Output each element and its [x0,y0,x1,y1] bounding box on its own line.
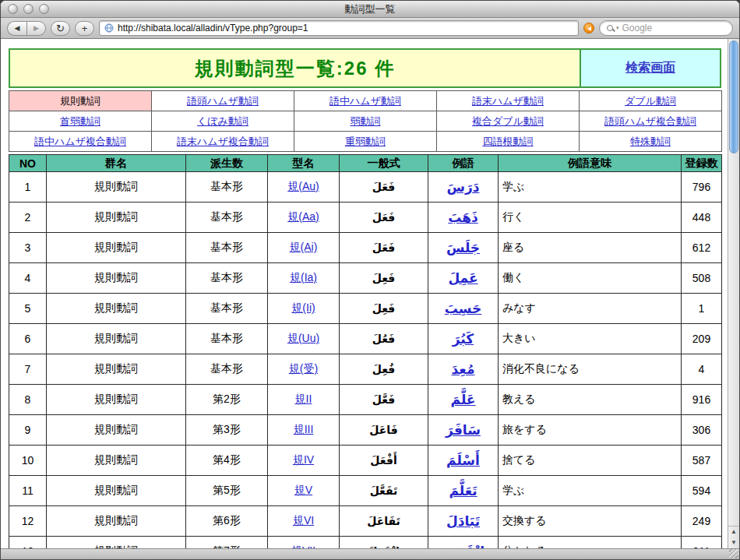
type-link[interactable]: 規(Aa) [287,210,319,223]
type-link[interactable]: 規(Ii) [291,301,315,314]
row-meaning: 分かれる [499,537,682,549]
zoom-button[interactable] [39,4,49,14]
example-link[interactable]: مُعِدَ [452,361,475,377]
type-link[interactable]: 規V [294,484,312,496]
row-pattern: فَعِلَ [340,263,428,294]
row-group: 規則動詞 [47,233,186,263]
example-link[interactable]: حَسِبَ [445,301,482,316]
type-link[interactable]: 規(Ai) [290,241,318,253]
table-row: 6 規則動詞 基本形 規(Uu) فَعُلَ كَبُرَ 大きい 209 [9,324,722,354]
type-link[interactable]: 規II [295,393,312,405]
row-meaning: 大きい [499,324,682,354]
table-row: 4 規則動詞 基本形 規(Ia) فَعِلَ عَمِلَ 働く 508 [9,263,722,294]
col-header-group: 群名 [47,155,186,172]
example-link[interactable]: أَسْلَمَ [446,453,480,468]
search-screen-link[interactable]: 検索画面 [625,61,675,74]
row-group: 規則動詞 [47,446,186,476]
row-pattern: أَفْعَلَ [340,446,428,476]
browser-toolbar: ◀ ▶ ↻ + http://shibata.local/alladin/vTy… [1,18,739,39]
row-no: 12 [9,506,47,537]
nav-item[interactable]: 語中ハムザ動詞 [329,95,401,107]
type-link[interactable]: 規(Uu) [287,332,319,344]
type-link[interactable]: 規(Ia) [290,271,317,284]
row-pattern: فَعِلَ [340,294,428,324]
example-link[interactable]: جَلَسَ [446,240,480,255]
example-link[interactable]: ذَهَبَ [448,210,478,225]
row-count: 211 [682,537,722,549]
row-meaning: 座る [499,233,682,263]
scroll-down-icon[interactable]: ▼ [728,537,739,548]
page-title: 規則動詞型一覧:26 件 [9,49,580,87]
back-button[interactable]: ◀ [7,21,26,36]
search-field[interactable]: ▾ Google [599,20,733,36]
example-link[interactable]: تَعَلَّمَ [449,483,477,498]
type-link[interactable]: 規VI [293,514,314,527]
row-meaning: 交換する [499,506,682,537]
example-link[interactable]: دَرَسَ [447,179,480,195]
example-link[interactable]: عَمِلَ [448,270,477,286]
nav-item[interactable]: 語末ハムザ複合動詞 [177,136,269,147]
nav-item[interactable]: 語末ハムザ動詞 [472,95,544,107]
resize-grip-icon[interactable] [729,549,738,558]
window-title: 動詞型一覧 [1,2,739,16]
titlebar[interactable]: 動詞型一覧 [1,1,739,18]
nav-item[interactable]: 重弱動詞 [345,136,386,147]
table-row: 10 規則動詞 第4形 規IV أَفْعَلَ أَسْلَمَ 捨てる 58… [9,446,722,476]
example-link[interactable]: عَلَّمَ [451,392,476,407]
row-no: 13 [9,537,47,549]
col-header-type: 型名 [268,155,340,172]
example-link[interactable]: كَبُرَ [453,331,474,347]
row-no: 7 [9,354,47,385]
nav-item[interactable]: 語頭ハムザ動詞 [187,95,259,107]
nav-item[interactable]: 首弱動詞 [60,115,100,127]
forward-button[interactable]: ▶ [26,21,46,36]
row-derivation: 第4形 [186,446,268,476]
row-meaning: 教える [499,385,682,415]
row-group: 規則動詞 [47,506,186,537]
row-count: 1 [682,294,722,324]
row-group: 規則動詞 [47,203,186,233]
nav-item[interactable]: 語中ハムザ複合動詞 [34,136,126,147]
row-group: 規則動詞 [47,294,186,324]
nav-item[interactable]: 弱動詞 [351,115,381,127]
row-pattern: تَفَاعَلَ [340,506,428,537]
scrollbar[interactable]: ▲ ▼ [728,39,739,548]
scrollbar-thumb[interactable] [729,41,738,153]
nav-item[interactable]: くぼみ動詞 [197,115,248,127]
nav-item[interactable]: 四語根動詞 [483,136,534,147]
row-derivation: 第2形 [186,385,268,415]
reload-button[interactable]: ↻ [51,21,70,36]
nav-item[interactable]: ダブル動詞 [625,95,676,107]
row-group: 規則動詞 [47,324,186,354]
scroll-up-icon[interactable]: ▲ [728,527,739,537]
nav-item[interactable]: 語頭ハムザ複合動詞 [604,115,696,127]
table-header-row: NO 群名 派生数 型名 一般式 例語 例語意味 登録数 [9,155,722,172]
type-link[interactable]: 規(受) [289,362,318,375]
row-pattern: اِنْفَعَلَ [340,537,428,549]
snapback-icon[interactable] [583,23,594,33]
status-bar [1,548,739,559]
table-row: 7 規則動詞 基本形 規(受) فُعِلَ مُعِدَ 消化不良になる 4 [9,354,722,385]
row-pattern: فَاعَلَ [340,415,428,446]
search-icon [607,25,613,31]
example-link[interactable]: سَافَرَ [446,422,481,438]
row-count: 587 [682,446,722,476]
nav-item[interactable]: 複合ダブル動詞 [472,115,544,127]
row-pattern: فَعَلَ [340,233,428,263]
col-header-no: NO [9,155,47,172]
add-bookmark-button[interactable]: + [75,21,94,36]
type-link[interactable]: 規III [294,423,314,435]
close-button[interactable] [8,4,18,14]
type-link[interactable]: 規IV [293,453,314,466]
reload-icon: ↻ [56,23,65,34]
row-count: 249 [682,506,722,537]
example-link[interactable]: تَبَادَلَ [446,513,480,529]
address-bar[interactable]: http://shibata.local/alladin/vType.php?g… [99,20,579,36]
row-group: 規則動詞 [47,476,186,506]
row-count: 594 [682,476,722,506]
type-link[interactable]: 規(Au) [287,180,319,192]
row-derivation: 基本形 [186,203,268,233]
minimize-button[interactable] [23,4,33,14]
nav-item[interactable]: 特殊動詞 [630,136,671,147]
row-pattern: فَعَلَ [340,172,428,203]
